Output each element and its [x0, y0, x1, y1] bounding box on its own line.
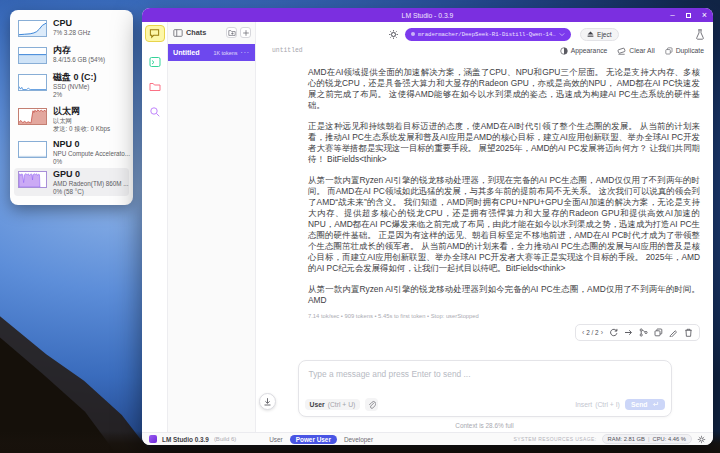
chat-list-item-untitled[interactable]: Untitled 1K tokens ··· — [168, 44, 255, 61]
panel-toggle-icon[interactable] — [173, 28, 183, 38]
clear-all-button[interactable]: Clear All — [617, 46, 654, 55]
cpu-row[interactable]: CPU 7% 3.28 GHz — [14, 17, 129, 44]
appearance-button[interactable]: Appearance — [560, 47, 608, 55]
gpu-title: GPU 0 — [53, 169, 129, 180]
half-circle-icon — [560, 47, 568, 55]
tab-discover[interactable] — [148, 105, 162, 119]
disk-usage: 2% — [53, 91, 97, 99]
window-title: LM Studio - 0.3.9 — [402, 12, 454, 19]
composer: Type a message and press Enter to send .… — [256, 360, 713, 432]
settings-gear-icon[interactable] — [697, 435, 706, 444]
version-pager: 2 / 2 — [586, 329, 598, 336]
loaded-model-selector[interactable]: mradermacher/DeepSeek-R1-Distill-Qwen-14… — [405, 28, 571, 41]
copy-icon[interactable] — [654, 328, 663, 337]
assistant-message-paragraph: 从第一款内置Ryzen AI引擎的锐龙移动处理器，到现在完备的AI PC生态圈，… — [308, 175, 700, 274]
ethernet-throughput: 发送: 0 接收: 0 Kbps — [53, 125, 110, 133]
message-thread: AMD在AI领域提供全面的加速解决方案，涵盖了CPU、NPU和GPU三个层面。 … — [256, 57, 713, 360]
duplicate-icon — [665, 47, 673, 55]
continue-icon[interactable] — [624, 328, 633, 337]
npu-row[interactable]: NPU 0 NPU Compute Accelerato... 0% — [14, 138, 129, 168]
resources-label: SYSTEM RESOURCES USAGE: — [513, 436, 596, 442]
gpu-usage: 0% (58 °C) — [53, 188, 129, 196]
memory-title: 内存 — [53, 45, 105, 56]
scroll-download-button[interactable] — [259, 393, 276, 410]
flask-icon[interactable] — [695, 29, 705, 40]
previous-version-button[interactable]: ‹ — [582, 329, 584, 336]
edit-icon[interactable] — [669, 328, 678, 337]
role-selector-button[interactable]: User (Ctrl + U) — [305, 399, 361, 410]
folder-icon — [149, 81, 161, 93]
close-button[interactable]: × — [702, 11, 707, 20]
model-status-dot — [411, 32, 415, 36]
message-action-bar: ‹ 2 / 2 › — [575, 324, 700, 341]
chat-name: Untitled — [173, 48, 200, 57]
message-input[interactable]: Type a message and press Enter to send .… — [298, 360, 672, 417]
chat-more-button[interactable]: ··· — [241, 49, 251, 56]
tab-my-models[interactable] — [148, 80, 162, 94]
npu-title: NPU 0 — [53, 139, 130, 150]
left-rail — [142, 22, 168, 432]
cpu-usage-status: CPU: 4.46 % — [652, 436, 686, 442]
chat-breadcrumb: untitled — [272, 47, 303, 54]
context-usage-status: Context is 28.6% full — [455, 422, 513, 429]
memory-row[interactable]: 内存 8.4/15.6 GB (54%) — [14, 44, 129, 71]
disk-type: SSD (NVMe) — [53, 83, 97, 91]
maximize-button[interactable] — [686, 13, 691, 18]
disk-title: 磁盘 0 (C:) — [53, 72, 97, 83]
tab-developer-console[interactable] — [148, 55, 162, 69]
ethernet-graph — [18, 108, 47, 125]
eject-model-button[interactable]: Eject — [580, 28, 619, 41]
new-chat-button[interactable] — [240, 27, 251, 38]
cpu-graph — [18, 20, 47, 37]
gpu-graph — [18, 171, 47, 188]
branch-icon[interactable] — [639, 328, 648, 337]
disk-graph — [18, 74, 47, 91]
paperclip-icon — [367, 400, 376, 409]
model-name: mradermacher/DeepSeek-R1-Distill-Qwen-14… — [418, 31, 556, 38]
chevron-down-icon — [559, 32, 565, 37]
resource-usage-pill[interactable]: RAM: 2.81 GB | CPU: 4.46 % — [602, 434, 692, 444]
cpu-title: CPU — [53, 18, 90, 29]
gpu-row[interactable]: GPU 0 AMD Radeon(TM) 860M ... 0% (58 °C) — [14, 168, 129, 196]
mode-tab-power-user[interactable]: Power User — [290, 435, 337, 444]
message-input-placeholder: Type a message and press Enter to send .… — [309, 369, 471, 379]
new-folder-button[interactable] — [226, 27, 237, 38]
ram-usage: RAM: 2.81 GB — [608, 436, 645, 442]
main-area: mradermacher/DeepSeek-R1-Distill-Qwen-14… — [256, 22, 713, 432]
window-titlebar: LM Studio - 0.3.9 – × — [142, 8, 713, 22]
minimize-button[interactable]: – — [670, 11, 674, 19]
chat-bubble-icon — [149, 28, 160, 39]
next-version-button[interactable]: › — [601, 329, 603, 336]
ethernet-name: 以太网 — [53, 117, 110, 125]
eraser-icon — [617, 46, 626, 55]
generation-stats: 7.14 tok/sec • 909 tokens • 5.45s to fir… — [308, 313, 700, 319]
tab-chat[interactable] — [145, 25, 165, 42]
assistant-message-paragraph: 正是这种远见和持续朝着目标迈进的态度，使AMD在AI时代引领了整个生态圈的发展。… — [308, 121, 700, 165]
build-number: (Build 6) — [214, 436, 236, 442]
regenerate-icon[interactable] — [609, 328, 618, 337]
lm-studio-logo — [149, 435, 157, 443]
delete-icon[interactable] — [684, 328, 693, 337]
duplicate-button[interactable]: Duplicate — [665, 47, 704, 55]
disk-row[interactable]: 磁盘 0 (C:) SSD (NVMe) 2% — [14, 71, 129, 105]
cpu-usage: 7% 3.28 GHz — [53, 29, 90, 37]
npu-graph — [18, 141, 47, 158]
insert-button[interactable]: Insert (Ctrl + I) — [575, 401, 620, 408]
desktop: CPU 7% 3.28 GHz 内存 8.4/15.6 GB (54%) 磁盘 … — [0, 0, 720, 453]
ethernet-title: 以太网 — [53, 106, 110, 117]
mode-tab-developer[interactable]: Developer — [344, 436, 373, 443]
npu-usage: 0% — [53, 158, 130, 166]
memory-usage: 8.4/15.6 GB (54%) — [53, 56, 105, 64]
attach-file-button[interactable] — [365, 398, 378, 411]
ethernet-row[interactable]: 以太网 以太网 发送: 0 接收: 0 Kbps — [14, 105, 129, 138]
mode-tab-user[interactable]: User — [269, 436, 283, 443]
status-bar: LM Studio 0.3.9 (Build 6) User Power Use… — [142, 432, 713, 445]
npu-name: NPU Compute Accelerato... — [53, 150, 130, 158]
terminal-icon — [149, 56, 161, 68]
model-settings-gear-icon[interactable] — [388, 29, 399, 40]
download-arrow-icon — [263, 397, 272, 406]
gpu-name: AMD Radeon(TM) 860M ... — [53, 180, 129, 188]
send-button[interactable]: Send — [625, 399, 665, 410]
chat-token-count: 1K tokens — [214, 50, 238, 56]
search-icon — [149, 106, 161, 118]
